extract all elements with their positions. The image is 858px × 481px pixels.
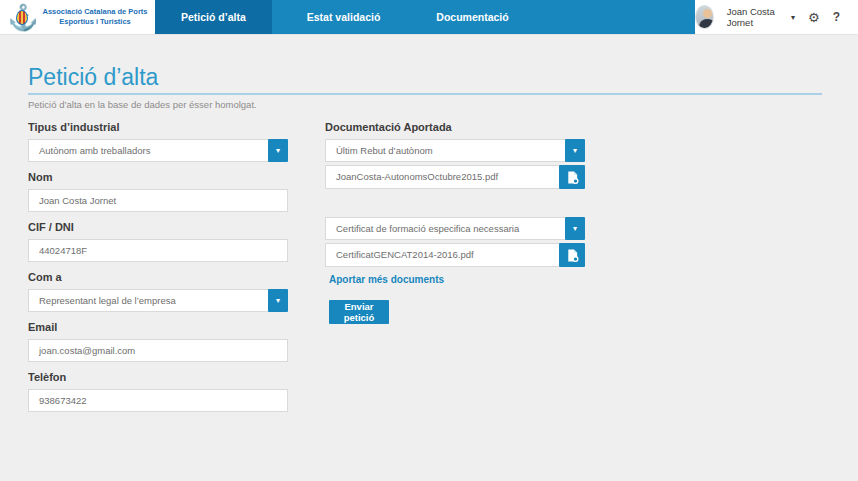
file-name: CertificatGENCAT2014-2016.pdf — [325, 243, 559, 267]
selected-value[interactable]: Certificat de formació especifica necess… — [325, 217, 565, 240]
add-more-documents-link[interactable]: Aportar més documents — [329, 274, 444, 285]
field-com-a: Com a Representant legal de l’empresa ▾ — [28, 270, 288, 312]
chevron-down-icon: ▾ — [573, 225, 577, 233]
documents-column: Documentació Aportada Últim Rebut d’autò… — [325, 120, 585, 324]
field-label: Tipus d’industrial — [28, 120, 288, 134]
form-column-left: Tipus d’industrial Autònom amb treballad… — [28, 120, 288, 420]
document-settings-icon — [565, 170, 580, 185]
field-email: Email — [28, 320, 288, 362]
uploaded-file-row-2: CertificatGENCAT2014-2016.pdf — [325, 243, 585, 267]
field-nom: Nom — [28, 170, 288, 212]
telefon-input[interactable] — [28, 389, 288, 412]
form-area: Tipus d’industrial Autònom amb treballad… — [0, 0, 858, 481]
field-label: Email — [28, 320, 288, 334]
selected-value[interactable]: Representant legal de l’empresa — [28, 289, 268, 312]
document-group: Certificat de formació especifica necess… — [325, 217, 585, 267]
uploaded-file-row-1: JoanCosta-AutonomsOctubre2015.pdf — [325, 165, 585, 189]
cif-dni-input[interactable] — [28, 239, 288, 262]
field-label: CIF / DNI — [28, 220, 288, 234]
document-settings-icon — [565, 248, 580, 263]
chevron-down-icon: ▾ — [573, 147, 577, 155]
com-a-select[interactable]: Representant legal de l’empresa ▾ — [28, 289, 288, 312]
field-label: Com a — [28, 270, 288, 284]
field-cif-dni: CIF / DNI — [28, 220, 288, 262]
file-action-button[interactable] — [559, 243, 585, 267]
selected-value[interactable]: Autònom amb treballadors — [28, 139, 268, 162]
dropdown-button[interactable]: ▾ — [565, 217, 585, 240]
dropdown-button[interactable]: ▾ — [565, 139, 585, 162]
email-input[interactable] — [28, 339, 288, 362]
field-tipus-industrial: Tipus d’industrial Autònom amb treballad… — [28, 120, 288, 162]
submit-button[interactable]: Enviar petició — [329, 300, 389, 324]
doc-type-select-2[interactable]: Certificat de formació especifica necess… — [325, 217, 585, 240]
dropdown-button[interactable]: ▾ — [268, 139, 288, 162]
field-label: Nom — [28, 170, 288, 184]
chevron-down-icon: ▾ — [276, 297, 280, 305]
documents-section-label: Documentació Aportada — [325, 120, 585, 134]
file-name: JoanCosta-AutonomsOctubre2015.pdf — [325, 165, 559, 189]
file-action-button[interactable] — [559, 165, 585, 189]
field-label: Telèfon — [28, 370, 288, 384]
tipus-industrial-select[interactable]: Autònom amb treballadors ▾ — [28, 139, 288, 162]
dropdown-button[interactable]: ▾ — [268, 289, 288, 312]
doc-type-select-1[interactable]: Últim Rebut d’autònom ▾ — [325, 139, 585, 162]
selected-value[interactable]: Últim Rebut d’autònom — [325, 139, 565, 162]
field-telefon: Telèfon — [28, 370, 288, 412]
nom-input[interactable] — [28, 189, 288, 212]
document-group: Últim Rebut d’autònom ▾ JoanCosta-Autono… — [325, 139, 585, 189]
spacer — [325, 189, 585, 217]
chevron-down-icon: ▾ — [276, 147, 280, 155]
